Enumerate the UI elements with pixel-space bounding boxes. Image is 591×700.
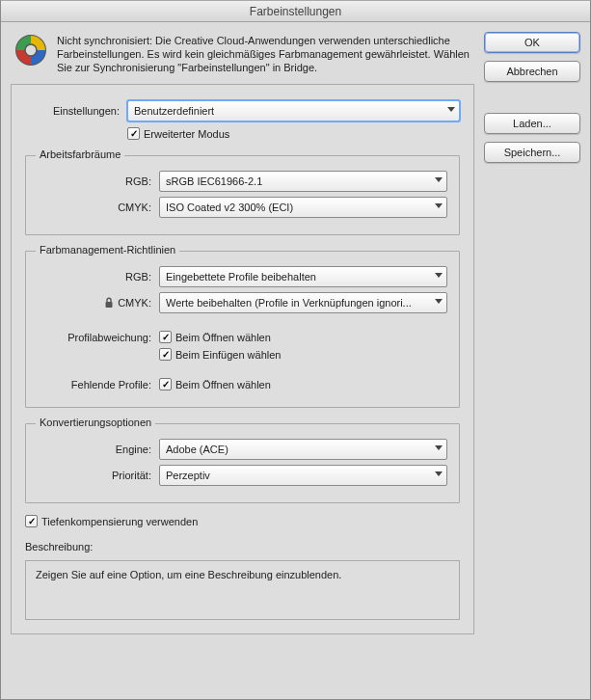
mismatch-label: Profilabweichung: [38, 332, 151, 343]
workspaces-fieldset: Arbeitsfarbräume RGB: sRGB IEC61966-2.1 … [25, 155, 460, 235]
engine-label: Engine: [38, 444, 151, 455]
svg-point-1 [25, 44, 37, 56]
missing-open-checkbox[interactable] [159, 378, 172, 390]
missing-open-label: Beim Öffnen wählen [175, 379, 271, 390]
rgb-policy-label: RGB: [38, 271, 151, 283]
rgb-workspace-select[interactable]: sRGB IEC61966-2.1 [159, 171, 447, 192]
advanced-mode-label: Erweiterter Modus [144, 128, 229, 140]
policies-fieldset: Farbmanagement-Richtlinien RGB: Eingebet… [25, 251, 460, 408]
mismatch-paste-label: Beim Einfügen wählen [175, 349, 281, 361]
description-box: Zeigen Sie auf eine Option, um eine Besc… [25, 560, 460, 620]
lock-icon [104, 297, 114, 309]
intent-select[interactable]: Perzeptiv [159, 465, 447, 486]
sync-notice-text: Nicht synchronisiert: Die Creative Cloud… [57, 34, 470, 74]
rgb-workspace-label: RGB: [38, 175, 151, 187]
settings-select[interactable]: Benutzerdefiniert [127, 100, 460, 121]
workspaces-legend: Arbeitsfarbräume [36, 148, 124, 160]
description-placeholder: Zeigen Sie auf eine Option, um eine Besc… [36, 569, 341, 580]
sync-notice: Nicht synchronisiert: Die Creative Cloud… [11, 32, 474, 84]
description-label: Beschreibung: [25, 541, 460, 552]
chevron-down-icon [435, 273, 443, 281]
window-title: Farbeinstellungen [1, 1, 590, 22]
conversion-legend: Konvertierungsoptionen [36, 417, 155, 428]
mismatch-paste-checkbox[interactable] [159, 348, 172, 361]
settings-panel: Einstellungen: Benutzerdefiniert Erweite… [11, 84, 474, 634]
rgb-workspace-value: sRGB IEC61966-2.1 [166, 175, 262, 187]
settings-select-value: Benutzerdefiniert [134, 105, 214, 117]
chevron-down-icon [435, 445, 443, 453]
load-button[interactable]: Laden... [484, 113, 580, 134]
engine-select[interactable]: Adobe (ACE) [159, 439, 447, 460]
mismatch-open-label: Beim Öffnen wählen [175, 332, 271, 343]
advanced-mode-checkbox[interactable] [127, 127, 140, 140]
intent-label: Priorität: [38, 470, 151, 481]
missing-label: Fehlende Profile: [38, 379, 151, 390]
conversion-fieldset: Konvertierungsoptionen Engine: Adobe (AC… [25, 423, 460, 503]
chevron-down-icon [447, 107, 455, 115]
cmyk-policy-value: Werte beibehalten (Profile in Verknüpfun… [166, 297, 412, 309]
color-wheel-icon [14, 34, 47, 74]
ok-button[interactable]: OK [484, 32, 580, 53]
cmyk-workspace-value: ISO Coated v2 300% (ECI) [166, 202, 293, 213]
rgb-policy-value: Eingebettete Profile beibehalten [166, 271, 316, 283]
engine-value: Adobe (ACE) [166, 444, 228, 455]
mismatch-open-checkbox[interactable] [159, 331, 172, 343]
blackpoint-label: Tiefenkompensierung verwenden [41, 516, 198, 527]
chevron-down-icon [435, 203, 443, 211]
cancel-button[interactable]: Abbrechen [484, 61, 580, 82]
chevron-down-icon [435, 177, 443, 185]
save-button[interactable]: Speichern... [484, 142, 580, 163]
settings-label: Einstellungen: [25, 105, 120, 117]
blackpoint-checkbox[interactable] [25, 515, 38, 527]
chevron-down-icon [435, 299, 443, 307]
cmyk-policy-select[interactable]: Werte beibehalten (Profile in Verknüpfun… [159, 292, 447, 313]
chevron-down-icon [435, 471, 443, 479]
cmyk-policy-label: CMYK: [118, 297, 151, 309]
cmyk-workspace-label: CMYK: [38, 202, 151, 213]
rgb-policy-select[interactable]: Eingebettete Profile beibehalten [159, 266, 447, 287]
cmyk-workspace-select[interactable]: ISO Coated v2 300% (ECI) [159, 197, 447, 218]
color-settings-dialog: Farbeinstellungen Nicht synchronisiert: … [0, 0, 591, 700]
svg-rect-2 [106, 302, 113, 308]
policies-legend: Farbmanagement-Richtlinien [36, 244, 179, 256]
intent-value: Perzeptiv [166, 470, 210, 481]
